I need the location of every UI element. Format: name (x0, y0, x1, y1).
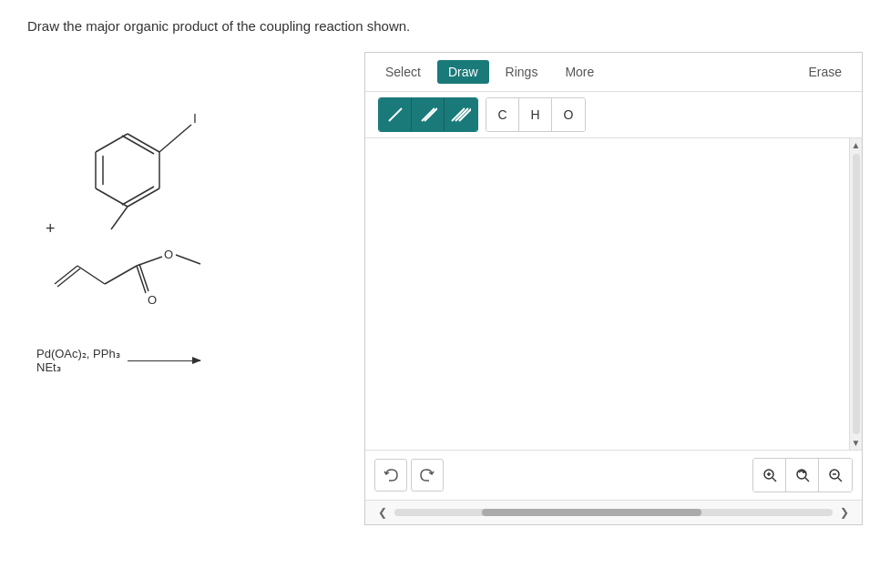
zoom-reset-icon (795, 468, 810, 482)
svg-line-7 (122, 187, 154, 205)
reactant1-svg: I (27, 61, 228, 243)
svg-line-10 (159, 125, 191, 152)
redo-icon (419, 467, 435, 483)
vertical-scrollbar[interactable]: ▲ ▼ (849, 138, 862, 450)
single-bond-icon (386, 106, 404, 124)
more-button[interactable]: More (554, 60, 605, 84)
undo-button[interactable] (374, 459, 407, 492)
zoom-in-button[interactable] (753, 459, 786, 492)
svg-line-15 (105, 266, 137, 284)
svg-line-0 (128, 134, 159, 152)
tools-row: C H O (365, 92, 862, 138)
scroll-down-button[interactable]: ▼ (852, 438, 861, 448)
svg-line-13 (57, 269, 80, 287)
scroll-track (853, 154, 860, 434)
question-text: Draw the major organic product of the co… (27, 18, 863, 34)
toolbar: Select Draw Rings More Erase (365, 53, 862, 92)
undo-redo-group (374, 459, 444, 492)
reagents: Pd(OAc)₂, PPh₃ NEt₃ (36, 347, 120, 374)
svg-line-2 (128, 188, 159, 207)
carbon-atom-button[interactable]: C (486, 98, 519, 131)
arrow (128, 360, 200, 361)
svg-text:O: O (148, 293, 157, 307)
zoom-out-icon (828, 468, 843, 482)
draw-button[interactable]: Draw (437, 60, 489, 84)
svg-line-19 (137, 257, 162, 266)
double-bond-button[interactable] (412, 98, 445, 131)
reagents-line2: NEt₃ (36, 360, 120, 374)
reaction-arrow-area: Pd(OAc)₂, PPh₃ NEt₃ (36, 347, 364, 374)
svg-line-12 (55, 266, 77, 284)
h-scroll-thumb (482, 509, 701, 516)
h-scroll-track[interactable] (394, 509, 833, 516)
scroll-right-button[interactable]: ❯ (836, 504, 853, 521)
scroll-left-button[interactable]: ❮ (374, 504, 391, 521)
bottom-toolbar (365, 450, 862, 500)
scroll-up-button[interactable]: ▲ (852, 140, 861, 150)
svg-line-21 (176, 255, 200, 264)
rings-button[interactable]: Rings (495, 60, 549, 84)
svg-line-24 (425, 108, 437, 121)
reagents-line1: Pd(OAc)₂, PPh₃ (36, 347, 120, 360)
zoom-in-icon (762, 468, 777, 482)
select-button[interactable]: Select (374, 60, 432, 84)
horizontal-scrollbar-area: ❮ ❯ (365, 500, 862, 524)
svg-text:O: O (164, 248, 173, 261)
page: Draw the major organic product of the co… (0, 0, 890, 543)
svg-line-23 (422, 108, 435, 121)
hydrogen-atom-button[interactable]: H (519, 98, 552, 131)
svg-line-31 (772, 478, 776, 482)
svg-line-14 (77, 266, 105, 284)
svg-line-22 (389, 108, 402, 121)
reactant2-svg: O O (27, 229, 228, 339)
content-area: I + O O (27, 52, 863, 525)
svg-line-6 (122, 136, 154, 154)
svg-text:I: I (193, 111, 197, 126)
editor-main: ▲ ▼ (365, 138, 862, 450)
undo-icon (383, 467, 399, 483)
erase-button[interactable]: Erase (797, 60, 853, 84)
oxygen-atom-button[interactable]: O (552, 98, 585, 131)
single-bond-button[interactable] (379, 98, 412, 131)
svg-line-36 (838, 478, 842, 482)
svg-line-33 (805, 478, 809, 482)
triple-bond-button[interactable] (445, 98, 477, 131)
bond-tools (378, 97, 478, 132)
zoom-tools (752, 458, 853, 492)
zoom-out-button[interactable] (819, 459, 852, 492)
double-bond-icon (419, 106, 437, 124)
plus-sign: + (46, 219, 364, 238)
reaction-area: I + O O (27, 52, 364, 383)
atom-tools: C H O (486, 97, 586, 132)
zoom-reset-button[interactable] (786, 459, 819, 492)
editor-panel: Select Draw Rings More Erase (364, 52, 863, 525)
triple-bond-icon (451, 106, 471, 124)
canvas-area[interactable] (365, 138, 849, 450)
redo-button[interactable] (411, 459, 444, 492)
